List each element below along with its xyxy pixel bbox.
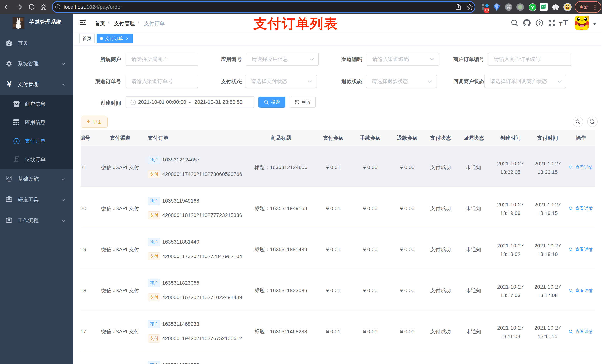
svg-text:?: ? (538, 21, 541, 26)
svg-text:⌘: ⌘ (506, 4, 511, 10)
svg-text:¥: ¥ (15, 139, 18, 143)
svg-text:10: 10 (485, 8, 489, 12)
